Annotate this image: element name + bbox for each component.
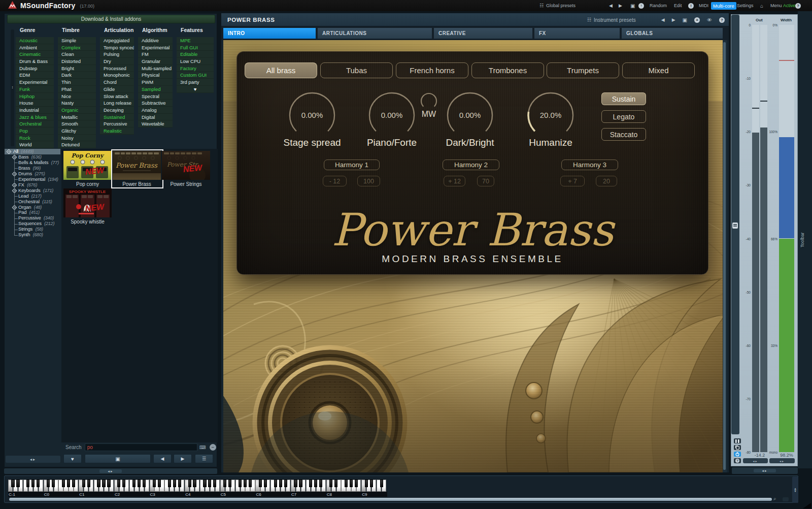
section-button-tubas[interactable]: Tubas — [320, 62, 393, 78]
piano-key-black[interactable] — [239, 480, 242, 487]
section-button-trombones[interactable]: Trombones — [471, 62, 544, 78]
filter-item-dark[interactable]: Dark — [58, 72, 96, 79]
piano-key-black[interactable] — [365, 480, 368, 487]
piano-key-black[interactable] — [213, 480, 216, 487]
piano-key-black[interactable] — [87, 480, 90, 487]
filter-item-low-cpu[interactable]: Low CPU — [177, 58, 214, 65]
piano-key-black[interactable] — [97, 480, 100, 487]
keyboard-zoom-icon[interactable]: ⌕ — [773, 496, 781, 503]
info-icon[interactable]: ! — [688, 0, 694, 11]
keyboard-scrollbar[interactable] — [9, 498, 772, 501]
filter-item-sampled[interactable]: Sampled — [138, 86, 173, 93]
piano-key-black[interactable] — [259, 480, 262, 487]
filter-item-nice[interactable]: Nice — [58, 93, 96, 100]
section-button-trumpets[interactable]: Trumpets — [547, 62, 619, 78]
filter-item-orchestral[interactable]: Orchestral — [16, 120, 54, 128]
harmony-button-2[interactable]: Harmony 2 — [443, 160, 499, 170]
piano-key-black[interactable] — [319, 480, 322, 487]
tree-item-organ[interactable]: Organ (48) — [5, 205, 60, 210]
filter-item-dry[interactable]: Dry — [100, 58, 134, 65]
piano-key-black[interactable] — [244, 480, 247, 487]
filter-item-wavetable[interactable]: Wavetable — [138, 120, 173, 128]
random-preset-button[interactable]: ▣ — [85, 454, 151, 463]
main-scrollbar[interactable] — [723, 40, 727, 472]
filter-item-experimental[interactable]: Experimental — [16, 79, 54, 86]
filter-item-arpeggiated[interactable]: Arpeggiated — [100, 37, 134, 44]
piano-key-black[interactable] — [82, 480, 85, 487]
menu-button[interactable]: Menu — [770, 0, 782, 11]
filter-item-distorted[interactable]: Distorted — [58, 58, 96, 65]
harmony-volume-3[interactable]: 20 — [596, 176, 617, 186]
random-button[interactable]: Random — [650, 0, 667, 11]
filter-item-house[interactable]: House — [16, 100, 54, 107]
output-gain-slider[interactable] — [731, 15, 739, 434]
compare-icon[interactable]: ▣ — [683, 17, 687, 23]
preset-thumb-pop-corny[interactable]: Pop Corny NEW Pop corny — [63, 151, 113, 187]
piano-key-black[interactable] — [62, 480, 65, 487]
filter-item-fm[interactable]: FM — [138, 51, 173, 58]
piano-key-black[interactable] — [178, 480, 181, 487]
knob-mod-wheel[interactable] — [421, 93, 436, 107]
filter-item-analog[interactable]: Analog — [138, 107, 173, 114]
filter-item-thin[interactable]: Thin — [58, 79, 96, 86]
preset-thumb-power-brass[interactable]: Power Brass Power Brass — [113, 151, 162, 187]
tab-creative[interactable]: CREATIVE — [434, 28, 532, 39]
download-addons-button[interactable]: Download & Install addons — [7, 15, 215, 23]
filter-item-rock[interactable]: Rock — [16, 135, 54, 142]
eye-icon[interactable]: 👁︎ — [707, 17, 712, 23]
filter-item-subtractive[interactable]: Subtractive — [138, 100, 173, 107]
filter-item-factory[interactable]: Factory — [177, 65, 214, 72]
filter-item-dubstep[interactable]: Dubstep — [16, 65, 54, 72]
filter-item-spectral[interactable]: Spectral — [138, 93, 173, 100]
piano-key-black[interactable] — [138, 480, 141, 487]
piano-key-black[interactable] — [208, 480, 211, 487]
window-resize-grip[interactable] — [803, 503, 811, 508]
piano-key-black[interactable] — [203, 480, 206, 487]
piano-key-black[interactable] — [47, 480, 50, 487]
harmony-volume-1[interactable]: 100 — [357, 176, 380, 186]
piano-key-black[interactable] — [173, 480, 176, 487]
filter-item-granular[interactable]: Granular — [138, 58, 173, 65]
articulation-button-sustain[interactable]: Sustain — [601, 92, 646, 105]
piano-key-black[interactable] — [284, 480, 287, 487]
filter-item-funk[interactable]: Funk — [16, 86, 54, 93]
next-arrow-icon[interactable]: ▶ — [672, 17, 675, 22]
piano-key-black[interactable] — [31, 480, 35, 487]
piano-key-black[interactable] — [329, 480, 332, 487]
filter-item-additive[interactable]: Additive — [138, 37, 173, 44]
piano-key-black[interactable] — [143, 480, 146, 487]
keyboard-options-button[interactable] — [783, 497, 789, 501]
meter-help-button[interactable]: ? — [734, 458, 741, 463]
global-presets-button[interactable]: ☷ Global presets — [539, 0, 576, 11]
preset-thumb-power-strings[interactable]: Power Str NEW Power Strings — [162, 151, 211, 187]
filter-item-decaying[interactable]: Decaying — [100, 107, 134, 114]
harmony-button-3[interactable]: Harmony 3 — [561, 160, 618, 170]
edit-button[interactable]: Edit — [674, 0, 682, 11]
filter-item-clean[interactable]: Clean — [58, 51, 96, 58]
filter-item-organic[interactable]: Organic — [58, 107, 96, 114]
filter-item-chord[interactable]: Chord — [100, 79, 134, 86]
piano-key-black[interactable] — [228, 480, 231, 487]
filter-item-favorites[interactable]: ♥ — [177, 86, 214, 93]
piano-key-black[interactable] — [193, 480, 196, 487]
out-meter-range[interactable]: ◂▸ — [743, 458, 768, 463]
piano-key-black[interactable] — [355, 480, 358, 487]
filter-item-pop[interactable]: Pop — [16, 128, 54, 135]
filter-item-nasty[interactable]: Nasty — [58, 100, 96, 107]
save-preset-icon[interactable]: + — [694, 17, 700, 23]
filter-item-phat[interactable]: Phat — [58, 86, 96, 93]
section-button-all-brass[interactable]: All brass — [245, 62, 317, 78]
keyboard-resize-handle[interactable]: ▴▾ — [792, 476, 798, 503]
filter-item-hiphop[interactable]: Hiphop — [16, 93, 54, 100]
filter-item-digital[interactable]: Digital — [138, 114, 173, 121]
tab-fx[interactable]: FX — [534, 28, 620, 39]
filter-item-simple[interactable]: Simple — [58, 37, 96, 44]
filter-item-pwm[interactable]: PWM — [138, 79, 173, 86]
piano-key-black[interactable] — [350, 480, 353, 487]
preset-menu-button[interactable]: ☰ — [195, 454, 213, 463]
next-preset-button[interactable]: ▶ — [174, 454, 192, 463]
tree-item-all[interactable]: All (4449) — [5, 149, 60, 154]
filter-item-noisy[interactable]: Noisy — [58, 135, 96, 142]
filter-item-detuned[interactable]: Detuned — [58, 141, 96, 148]
section-button-french-horns[interactable]: French horns — [396, 62, 468, 78]
